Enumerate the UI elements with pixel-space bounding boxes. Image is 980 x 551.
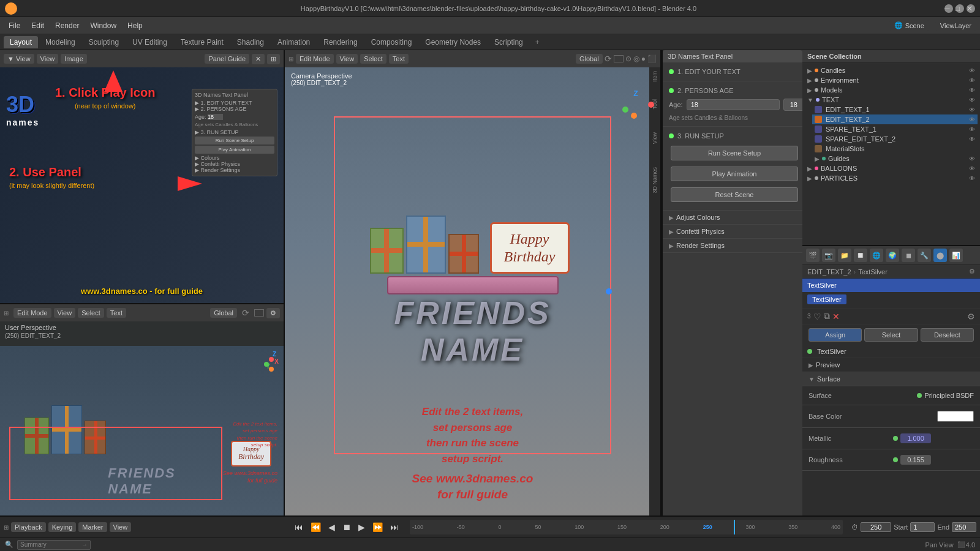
tab-sculpting[interactable]: Sculpting — [83, 36, 125, 48]
bl-view-btn[interactable]: View — [54, 308, 76, 318]
prop-scene2-btn[interactable]: 🌐 — [870, 249, 883, 262]
tree-item-spare-edit-text-2[interactable]: SPARE_EDIT_TEXT_2 👁 — [812, 134, 978, 144]
prop-data-btn[interactable]: 📊 — [949, 249, 963, 262]
prop-scene-btn[interactable]: 🎬 — [806, 249, 820, 262]
eye-spare-edit-text-2[interactable]: 👁 — [969, 136, 975, 143]
tree-item-candles[interactable]: ▶ Candles 👁 — [805, 66, 978, 75]
render-mode-icon[interactable]: ● — [641, 54, 646, 63]
center-select-btn[interactable]: Select — [360, 54, 386, 64]
bl-viewport-icon[interactable] — [254, 309, 264, 317]
add-workspace-button[interactable]: + — [530, 36, 545, 48]
center-text-btn[interactable]: Text — [389, 54, 409, 64]
eye-models[interactable]: 👁 — [969, 87, 975, 94]
center-mode-btn[interactable]: Edit Mode — [296, 54, 334, 64]
eye-spare-text-1[interactable]: 👁 — [969, 126, 975, 133]
prop-output-btn[interactable]: 📁 — [838, 249, 851, 262]
jump-end-btn[interactable]: ⏭ — [388, 521, 401, 533]
names-panel-header[interactable]: 3D Names Text Panel — [663, 50, 802, 62]
mat-settings-icon[interactable]: ⚙ — [967, 312, 975, 321]
select-button[interactable]: Select — [864, 328, 918, 342]
prop-render-btn[interactable]: 📷 — [822, 249, 835, 262]
eye-environment[interactable]: 👁 — [969, 77, 975, 84]
tree-item-edit-text-1[interactable]: EDIT_TEXT_1 👁 — [812, 105, 978, 114]
xray-icon[interactable]: ◎ — [633, 54, 639, 63]
mat-duplicate-icon[interactable]: ⧉ — [824, 311, 830, 321]
mat-remove-icon[interactable]: ✕ — [832, 312, 840, 321]
end-frame-input[interactable] — [952, 522, 976, 532]
bl-mode-btn[interactable]: Edit Mode — [13, 308, 51, 318]
metallic-value[interactable]: 1.000 — [900, 433, 931, 443]
bl-settings-btn[interactable]: ⚙ — [266, 308, 280, 318]
minimize-button[interactable]: ─ — [944, 4, 953, 13]
menu-file[interactable]: File — [4, 20, 25, 32]
close-button[interactable]: ✕ — [967, 4, 975, 13]
timeline-playhead[interactable] — [734, 520, 735, 534]
window-controls[interactable]: ─ □ ✕ — [944, 4, 975, 13]
eye-edit-text-1[interactable]: 👁 — [969, 107, 975, 113]
render-settings-row[interactable]: ▶ Render Settings — [663, 239, 802, 253]
search-icon[interactable]: 🔍 — [5, 541, 13, 549]
textsilver-slot[interactable]: TextSilver — [807, 294, 846, 304]
marker-btn[interactable]: Marker — [78, 522, 107, 532]
summary-bar[interactable]: Summary → — [17, 540, 91, 550]
playback-btn[interactable]: Playback — [11, 522, 46, 532]
summary-arrow[interactable]: → — [81, 541, 88, 548]
breadcrumb-more-btn[interactable]: ⚙ — [969, 268, 975, 276]
play-btn[interactable]: ▶ — [356, 521, 368, 533]
preview-section-header[interactable]: ▶ Preview — [802, 358, 980, 372]
adjust-colours-row[interactable]: ▶ Adjust Colours — [663, 211, 802, 225]
vp-close-x[interactable]: ✕ — [252, 54, 265, 64]
timeline-ruler[interactable]: -100 -50 0 50 100 150 200 250 300 350 40… — [410, 520, 843, 534]
prop-material-btn[interactable]: ⬤ — [933, 249, 947, 262]
viewport-shading-icon[interactable]: ⬛ — [647, 54, 657, 63]
tab-texture-paint[interactable]: Texture Paint — [175, 36, 230, 48]
tab-scripting[interactable]: Scripting — [488, 36, 529, 48]
step-forward-btn[interactable]: ⏩ — [370, 521, 385, 533]
eye-candles[interactable]: 👁 — [969, 67, 975, 74]
tab-layout[interactable]: Layout — [4, 36, 38, 48]
prop-world-btn[interactable]: 🌍 — [886, 249, 899, 262]
base-color-swatch[interactable] — [937, 411, 974, 422]
assign-button[interactable]: Assign — [809, 328, 862, 342]
tab-modeling[interactable]: Modeling — [39, 36, 81, 48]
tree-item-environment[interactable]: ▶ Environment 👁 — [805, 75, 978, 85]
tree-item-text[interactable]: ▼ TEXT 👁 — [805, 95, 978, 105]
reset-scene-btn[interactable]: Reset Scene — [671, 187, 798, 202]
menu-window[interactable]: Window — [85, 20, 121, 32]
deselect-button[interactable]: Deselect — [921, 328, 974, 342]
tree-item-models[interactable]: ▶ Models 👁 — [805, 85, 978, 95]
selection-handle[interactable] — [606, 288, 612, 294]
tab-rendering[interactable]: Rendering — [317, 36, 363, 48]
start-frame-input[interactable] — [910, 522, 935, 532]
tab-compositing[interactable]: Compositing — [365, 36, 418, 48]
eye-guides[interactable]: 👁 — [969, 156, 975, 162]
bl-select-btn[interactable]: Select — [78, 308, 104, 318]
tree-item-guides[interactable]: ▶ Guides 👁 — [812, 154, 978, 163]
eye-particles[interactable]: 👁 — [969, 175, 975, 182]
prop-modifier-btn[interactable]: 🔧 — [918, 249, 931, 262]
tab-uv-editing[interactable]: UV Editing — [126, 36, 173, 48]
tab-geometry-nodes[interactable]: Geometry Nodes — [419, 36, 487, 48]
tree-item-edit-text-2[interactable]: EDIT_TEXT_2 👁 — [812, 114, 978, 124]
keying-btn[interactable]: Keying — [48, 522, 77, 532]
roughness-value[interactable]: 0.155 — [900, 455, 931, 465]
mat-heart-icon[interactable]: ♡ — [813, 312, 821, 321]
age-dropdown[interactable]: 18 — [783, 99, 802, 111]
overlay-icon[interactable]: ⊙ — [625, 54, 631, 63]
stop-btn[interactable]: ⏹ — [340, 521, 353, 533]
run-scene-setup-btn[interactable]: Run Scene Setup — [671, 146, 798, 160]
current-frame-input[interactable] — [861, 522, 891, 532]
vp-view2-btn[interactable]: View — [37, 54, 59, 64]
prop-view-layer-btn[interactable]: 🔲 — [854, 249, 867, 262]
play-back-btn[interactable]: ◀ — [326, 521, 337, 533]
tab-shading[interactable]: Shading — [231, 36, 270, 48]
tree-item-balloons[interactable]: ▶ BALLOONS 👁 — [805, 163, 978, 173]
eye-text[interactable]: 👁 — [969, 97, 975, 103]
play-animation-btn[interactable]: Play Animation — [671, 167, 798, 181]
vp-expand-btn[interactable]: ⊞ — [267, 54, 280, 64]
maximize-button[interactable]: □ — [956, 4, 964, 13]
center-global-btn[interactable]: Global — [576, 54, 603, 64]
bl-transform-icon[interactable]: ⟳ — [242, 308, 249, 318]
vp-panel-guide-btn[interactable]: Panel Guide — [205, 54, 249, 64]
menu-render[interactable]: Render — [50, 20, 84, 32]
